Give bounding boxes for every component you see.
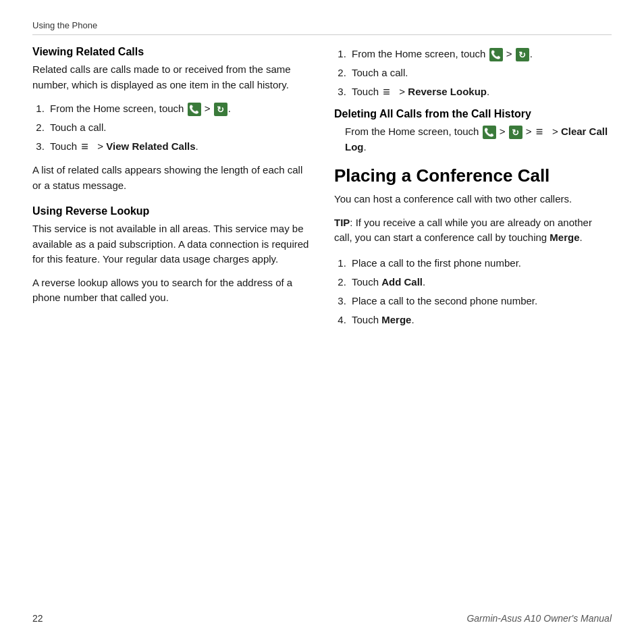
- page-footer: 22 Garmin-Asus A10 Owner's Manual: [32, 603, 612, 624]
- menu-icon: [535, 127, 549, 138]
- list-item: Touch Add Call.: [349, 274, 612, 290]
- list-item: Place a call to the second phone number.: [349, 293, 612, 309]
- list-item: From the Home screen, touch > .: [349, 46, 612, 62]
- reverse-lookup-steps: From the Home screen, touch > . Touch a …: [334, 46, 612, 100]
- reverse-lookup-steps-list: From the Home screen, touch > . Touch a …: [349, 46, 612, 100]
- list-item: Touch Merge.: [349, 312, 612, 328]
- content-columns: Viewing Related Calls Related calls are …: [32, 46, 612, 603]
- using-reverse-lookup-outro: A reverse lookup allows you to search fo…: [32, 275, 310, 306]
- menu-icon: [382, 87, 396, 98]
- phone-icon: [483, 126, 496, 139]
- conference-call-section: Placing a Conference Call You can host a…: [334, 165, 612, 328]
- calllog-icon: [214, 103, 227, 116]
- list-item: Touch > Reverse Lookup.: [349, 84, 612, 100]
- list-item: Place a call to the first phone number.: [349, 255, 612, 271]
- using-reverse-lookup-section: Using Reverse Lookup This service is not…: [32, 205, 310, 306]
- deleting-calls-body: From the Home screen, touch > > > Clear …: [345, 124, 612, 155]
- using-reverse-lookup-intro: This service is not available in all are…: [32, 221, 310, 267]
- list-item: Touch a call.: [47, 119, 310, 136]
- deleting-calls-section: Deleting All Calls from the Call History…: [334, 108, 612, 155]
- page: Using the Phone Viewing Related Calls Re…: [0, 0, 644, 644]
- calllog-icon: [516, 48, 529, 61]
- viewing-related-calls-intro: Related calls are calls made to or recei…: [32, 62, 310, 92]
- viewing-related-calls-outro: A list of related calls appears showing …: [32, 163, 310, 193]
- menu-icon: [80, 142, 94, 153]
- manual-title: Garmin-Asus A10 Owner's Manual: [466, 613, 612, 624]
- conference-call-steps-list: Place a call to the first phone number. …: [349, 255, 612, 328]
- left-column: Viewing Related Calls Related calls are …: [32, 46, 310, 603]
- viewing-related-calls-steps: From the Home screen, touch > . Touch a …: [47, 101, 310, 155]
- deleting-calls-title: Deleting All Calls from the Call History: [334, 108, 612, 120]
- right-column: From the Home screen, touch > . Touch a …: [334, 46, 612, 603]
- viewing-related-calls-section: Viewing Related Calls Related calls are …: [32, 46, 310, 193]
- phone-icon: [489, 48, 503, 61]
- viewing-related-calls-title: Viewing Related Calls: [32, 46, 310, 58]
- breadcrumb: Using the Phone: [32, 20, 612, 35]
- page-number: 22: [32, 613, 43, 624]
- list-item: Touch > View Related Calls.: [47, 138, 310, 155]
- phone-icon: [188, 103, 201, 116]
- using-reverse-lookup-title: Using Reverse Lookup: [32, 205, 310, 217]
- calllog-icon: [509, 126, 522, 139]
- conference-call-tip: TIP: If you receive a call while you are…: [334, 215, 612, 246]
- conference-call-title: Placing a Conference Call: [334, 165, 612, 186]
- conference-call-intro: You can host a conference call with two …: [334, 192, 612, 207]
- list-item: Touch a call.: [349, 65, 612, 81]
- list-item: From the Home screen, touch > .: [47, 101, 310, 117]
